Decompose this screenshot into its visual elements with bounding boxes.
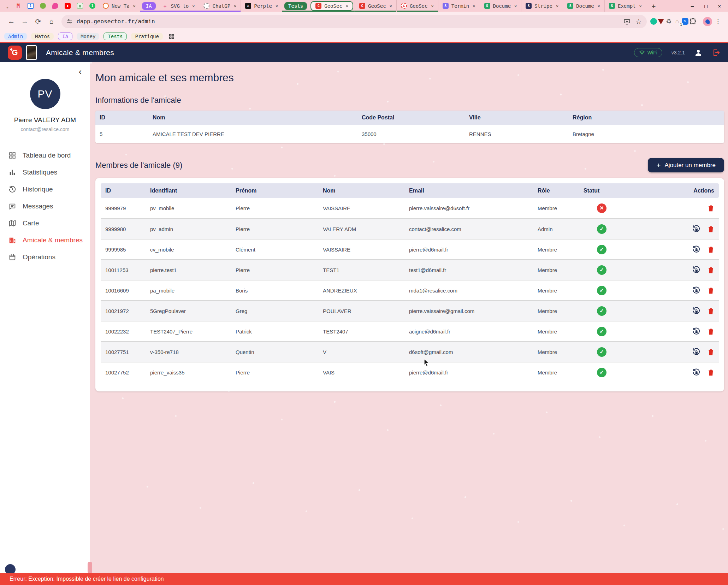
tab-search-chevron-icon[interactable]: ⌄ [3, 3, 12, 9]
delete-member-button[interactable] [708, 205, 714, 212]
table-row[interactable]: 10027751 v-350-re718 Quentin V d6soft@gm… [101, 341, 719, 362]
delete-member-button[interactable] [708, 225, 714, 233]
sidebar-item-tableau-de-bord[interactable]: Tableau de bord [0, 147, 90, 164]
reset-password-button[interactable] [692, 266, 700, 274]
close-tab-icon[interactable]: ✕ [275, 4, 279, 8]
browser-tab[interactable]: S Termin ✕ [438, 0, 480, 12]
extension-recycle-icon[interactable]: ♻ [665, 18, 673, 25]
sidebar-item-messages[interactable]: Messages [0, 198, 90, 215]
delete-member-button[interactable] [708, 307, 714, 315]
table-row[interactable]: 9999980 pv_admin Pierre VALERY ADM conta… [101, 218, 719, 239]
install-app-icon[interactable] [623, 18, 631, 25]
close-tab-icon[interactable]: ✕ [132, 4, 136, 8]
close-tab-icon[interactable]: ✕ [555, 4, 559, 8]
browser-menu-icon[interactable]: ⋮ [713, 18, 723, 25]
delete-member-button[interactable] [708, 246, 714, 253]
reset-password-button[interactable] [692, 348, 700, 356]
close-tab-icon[interactable]: ✕ [639, 4, 643, 8]
forward-icon[interactable]: → [18, 15, 31, 28]
window-close-button[interactable]: ✕ [718, 3, 721, 9]
delete-member-button[interactable] [708, 266, 714, 274]
close-tab-icon[interactable]: ✕ [472, 4, 476, 8]
sidebar-item-amicale-membres[interactable]: Amicale & membres [0, 232, 90, 249]
reset-password-button[interactable] [692, 225, 700, 233]
pinned-tab-design-icon[interactable] [52, 3, 58, 9]
back-icon[interactable]: ← [5, 15, 18, 28]
browser-tab[interactable]: S Exempl ✕ [604, 0, 646, 12]
bookmark-folder-ia[interactable]: IA [58, 32, 72, 40]
reload-icon[interactable]: ⟳ [32, 15, 45, 28]
bookmark-folder-pratique[interactable]: Pratique [131, 33, 162, 40]
close-tab-icon[interactable]: ✕ [430, 4, 434, 8]
table-row[interactable]: 10027752 pierre_vaiss35 Pierre VAIS pier… [101, 362, 719, 382]
bookmark-folder-tests[interactable]: Tests [103, 32, 127, 40]
bookmark-folder-matos[interactable]: Matos [31, 33, 54, 40]
site-settings-icon[interactable] [66, 18, 72, 24]
sidebar-item-statistiques[interactable]: Statistiques [0, 164, 90, 181]
table-row[interactable]: 10021972 5GregPoulaver Greg POULAVER pie… [101, 300, 719, 321]
new-tab-button[interactable]: + [646, 2, 661, 10]
bookmark-star-icon[interactable]: ☆ [635, 17, 642, 26]
pinned-tab-calendar-icon[interactable]: 1 [28, 3, 34, 9]
table-row[interactable]: 9999985 cv_mobile Clément VAISSAIRE pier… [101, 239, 719, 259]
tab-group-label[interactable]: Tests [284, 2, 307, 10]
apps-grid-icon[interactable] [168, 33, 175, 40]
browser-tab[interactable]: ✻ Perple ✕ [241, 0, 282, 12]
user-account-icon[interactable] [694, 48, 703, 57]
reset-password-button[interactable] [692, 327, 700, 336]
sidebar-collapse-icon[interactable]: ‹ [79, 67, 82, 76]
reset-password-button[interactable] [692, 307, 700, 315]
add-member-button[interactable]: + Ajouter un membre [648, 158, 724, 172]
reset-password-button[interactable] [692, 246, 700, 254]
close-tab-icon[interactable]: ✕ [345, 4, 349, 8]
sidebar-item-carte[interactable]: Carte [0, 215, 90, 232]
tab-group-label[interactable]: IA [142, 2, 156, 10]
extension-house-icon[interactable]: ⌂1 [673, 18, 681, 25]
address-bar[interactable]: dapp.geosector.fr/admin ☆ [61, 15, 647, 28]
browser-tab[interactable]: S Docume ✕ [563, 0, 604, 12]
browser-tab[interactable]: New Ta ✕ [99, 0, 140, 12]
pinned-tab-phone-icon[interactable]: 1 [89, 3, 95, 9]
pinned-tab-gmail-icon[interactable]: M [15, 3, 21, 9]
close-tab-icon[interactable]: ✕ [597, 4, 601, 8]
table-row[interactable]: 10016609 pa_mobile Boris ANDREZIEUX mda1… [101, 280, 719, 300]
browser-tab[interactable]: G GeoSec ✕ [355, 0, 396, 12]
table-row[interactable]: 10011253 pierre.test1 Pierre TEST1 test1… [101, 259, 719, 280]
pinned-tab-leaf-icon[interactable] [40, 3, 46, 9]
extension-shield-icon[interactable] [658, 19, 664, 24]
geosector-logo[interactable]: G [8, 46, 22, 60]
close-tab-icon[interactable]: ✕ [191, 4, 195, 8]
sidebar-item-historique[interactable]: Historique [0, 181, 90, 198]
delete-member-button[interactable] [708, 348, 714, 356]
delete-member-button[interactable] [708, 287, 714, 294]
active-browser-tab[interactable]: G GeoSec ✕ [310, 1, 353, 11]
profile-avatar[interactable] [703, 17, 712, 26]
browser-tab[interactable]: ChatGP ✕ [199, 0, 241, 12]
table-row[interactable]: 10022232 TEST2407_Pierre Patrick TEST240… [101, 321, 719, 341]
window-maximize-button[interactable]: □ [704, 3, 707, 9]
bookmark-folder-money[interactable]: Money [77, 33, 99, 40]
delete-member-button[interactable] [708, 369, 714, 376]
pinned-tab-youtube-icon[interactable] [65, 3, 71, 9]
close-tab-icon[interactable]: ✕ [233, 4, 237, 8]
browser-tab[interactable]: ✳ SVG to ✕ [158, 0, 199, 12]
sidebar-scrollbar-thumb[interactable] [88, 562, 92, 574]
extensions-puzzle-icon[interactable] [689, 18, 697, 25]
delete-member-button[interactable] [708, 328, 714, 335]
extension-grammarly-icon[interactable] [650, 18, 657, 25]
close-tab-icon[interactable]: ✕ [514, 4, 517, 8]
reset-password-button[interactable] [692, 368, 700, 377]
browser-tab[interactable]: S Stripe ✕ [521, 0, 563, 12]
close-tab-icon[interactable]: ✕ [389, 4, 393, 8]
browser-tab[interactable]: S Docume ✕ [480, 0, 521, 12]
header-thumbnail[interactable] [26, 45, 37, 60]
table-row[interactable]: 9999979 pv_mobile Pierre VAISSAIRE pierr… [101, 198, 719, 218]
pinned-tab-notes-icon[interactable]: ▤ [77, 3, 83, 9]
logout-icon[interactable] [712, 48, 720, 57]
reset-password-button[interactable] [692, 286, 700, 295]
window-minimize-button[interactable]: – [691, 3, 694, 9]
bookmark-folder-admin[interactable]: Admin [4, 33, 27, 40]
sidebar-item-operations[interactable]: Opérations [0, 249, 90, 266]
home-icon[interactable]: ⌂ [45, 15, 58, 28]
browser-tab[interactable]: G GeoSec ✕ [396, 0, 438, 12]
